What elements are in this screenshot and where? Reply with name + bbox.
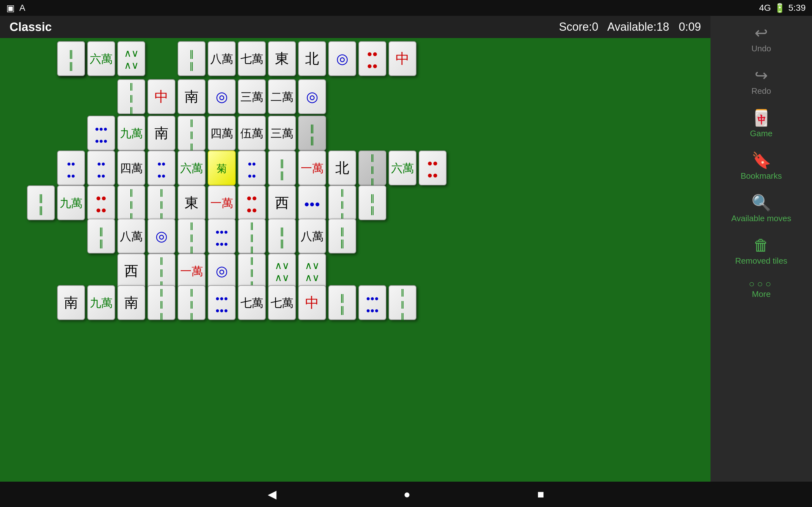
status-icon-1: ▣ [6, 3, 14, 13]
sidebar-item-bookmarks[interactable]: 🔖 Bookmarks [711, 147, 812, 186]
tile-south[interactable]: 南 [177, 79, 206, 114]
tile-8w[interactable]: 八萬 [117, 219, 145, 253]
more-dots: ○○○ [749, 279, 774, 289]
tile-man1[interactable]: ∧∨∧∨ [117, 41, 145, 76]
back-button[interactable]: ◀ [268, 488, 276, 501]
tile-2c[interactable]: ●●●● [419, 151, 447, 185]
tile-3w[interactable]: 三萬 [268, 116, 296, 151]
tile-3b[interactable]: ‖‖‖ [389, 285, 416, 320]
tile-2b[interactable]: ‖‖ [298, 116, 326, 151]
tile-2c[interactable]: ●●●● [358, 41, 386, 76]
tile-2b[interactable]: ‖‖ [87, 219, 115, 253]
tile-2w[interactable]: 二萬 [268, 79, 296, 114]
tile-2b[interactable]: ‖‖ [177, 41, 206, 76]
network-indicator: 4G [759, 3, 771, 13]
tile-2b[interactable]: ‖‖ [268, 219, 296, 253]
tile-2b[interactable]: ‖‖ [57, 41, 85, 76]
tile-5c[interactable]: ●●●●●● [358, 285, 386, 320]
tile-red[interactable]: 中 [389, 41, 416, 76]
tile-9w[interactable]: 九萬 [57, 185, 85, 220]
tile-3b[interactable]: ‖‖‖ [238, 219, 266, 253]
recent-button[interactable]: ■ [537, 488, 544, 501]
tile-south[interactable]: 南 [117, 285, 145, 320]
sidebar-item-game[interactable]: 🀄 Game [711, 104, 812, 143]
tile-2b[interactable]: ‖‖ [328, 285, 356, 320]
tile-3b[interactable]: ‖‖‖ [177, 285, 206, 320]
tile-3b[interactable]: ‖‖‖ [117, 185, 145, 220]
tile-north[interactable]: 北 [298, 41, 326, 76]
tile-9w[interactable]: 九萬 [117, 116, 145, 151]
tile-east[interactable]: 東 [268, 41, 296, 76]
tile-9w[interactable]: 九萬 [87, 285, 115, 320]
tile-3b[interactable]: ‖‖‖ [177, 219, 206, 253]
tile-3w[interactable]: 三萬 [238, 79, 266, 114]
tile-3b[interactable]: ‖‖‖ [117, 79, 145, 114]
tile-south[interactable]: 南 [148, 116, 175, 151]
tile-1c[interactable]: ◎ [328, 41, 356, 76]
tile-2c[interactable]: ●●●● [87, 185, 115, 220]
sidebar-item-more[interactable]: ○○○ More [711, 274, 812, 304]
tile-1w[interactable]: 一萬 [177, 253, 206, 288]
available-moves-icon: 🔍 [751, 193, 771, 212]
tile-man1[interactable]: ∧∨∧∨ [298, 253, 326, 288]
tile-1w[interactable]: 一萬 [298, 151, 326, 185]
tile-man1[interactable]: ∧∨∧∨ [268, 253, 296, 288]
tile-west[interactable]: 西 [117, 253, 145, 288]
tile-4c[interactable]: ●●●● [87, 151, 115, 185]
tile-3b[interactable]: ‖‖‖ [148, 285, 175, 320]
sidebar: ↩ Undo ↪ Redo 🀄 Game 🔖 Bookmarks 🔍 Avail… [711, 0, 812, 491]
tile-red[interactable]: 中 [298, 285, 326, 320]
tile-3b[interactable]: ‖‖‖ [148, 253, 175, 288]
tile-4c[interactable]: ●●●● [238, 151, 266, 185]
sidebar-item-redo[interactable]: ↪ Redo [711, 61, 812, 101]
tile-flower[interactable]: 菊 [208, 151, 236, 185]
tile-1c[interactable]: ◎ [208, 253, 236, 288]
tile-7w[interactable]: 七萬 [268, 285, 296, 320]
tile-5c[interactable]: ●●●●●● [208, 285, 236, 320]
tile-east[interactable]: 東 [177, 185, 206, 220]
tile-north[interactable]: 北 [328, 151, 356, 185]
game-board[interactable]: 🀄 ‖‖六萬∧∨∧∨‖‖八萬七萬東北◎●●●●中‖‖‖中南◎三萬二萬◎●●●●●… [0, 38, 711, 482]
tile-2b[interactable]: ‖‖ [328, 219, 356, 253]
available-value: Available:18 [607, 20, 669, 33]
tile-1c[interactable]: ◎ [148, 219, 175, 253]
tile-4w[interactable]: 四萬 [117, 151, 145, 185]
tile-3b[interactable]: ‖‖‖ [328, 185, 356, 220]
tile-1c[interactable]: ◎ [208, 79, 236, 114]
tile-8w[interactable]: 八萬 [208, 41, 236, 76]
tile-4c[interactable]: ●●●● [148, 151, 175, 185]
tile-4w[interactable]: 四萬 [208, 116, 236, 151]
tile-3c[interactable]: ●●● [298, 185, 326, 220]
tile-3b[interactable]: ‖‖‖ [238, 253, 266, 288]
tile-west[interactable]: 西 [268, 185, 296, 220]
tile-4c[interactable]: ●●●● [57, 151, 85, 185]
tile-south[interactable]: 南 [57, 285, 85, 320]
sidebar-item-undo[interactable]: ↩ Undo [711, 19, 812, 58]
removed-tiles-label: Removed tiles [735, 256, 788, 266]
home-button[interactable]: ● [403, 488, 410, 501]
tile-2b[interactable]: ‖‖ [268, 151, 296, 185]
tile-7w[interactable]: 七萬 [238, 285, 266, 320]
sidebar-item-available-moves[interactable]: 🔍 Available moves [711, 189, 812, 228]
tile-8w[interactable]: 八萬 [298, 219, 326, 253]
tile-2c[interactable]: ●●●● [238, 185, 266, 220]
tile-3b[interactable]: ‖‖‖ [358, 151, 386, 185]
tile-2b[interactable]: ‖‖ [27, 185, 55, 220]
tile-5w[interactable]: 伍萬 [238, 116, 266, 151]
tile-1w[interactable]: 一萬 [208, 185, 236, 220]
tile-5c[interactable]: ●●●●●● [208, 219, 236, 253]
tile-5c[interactable]: ●●●●●● [87, 116, 115, 151]
tile-red[interactable]: 中 [148, 79, 175, 114]
tile-6w[interactable]: 六萬 [389, 151, 416, 185]
tile-6w[interactable]: 六萬 [87, 41, 115, 76]
undo-icon: ↩ [755, 24, 768, 42]
sidebar-item-removed-tiles[interactable]: 🗑 Removed tiles [711, 231, 812, 271]
status-right: 4G 🔋 5:39 [759, 3, 806, 13]
tile-1c[interactable]: ◎ [298, 79, 326, 114]
tile-3b[interactable]: ‖‖‖ [148, 185, 175, 220]
tile-6w[interactable]: 六萬 [177, 151, 206, 185]
tile-7w[interactable]: 七萬 [238, 41, 266, 76]
game-title: Classic [9, 20, 52, 34]
tile-2b[interactable]: ‖‖ [358, 185, 386, 220]
tile-3b[interactable]: ‖‖‖ [177, 116, 206, 151]
